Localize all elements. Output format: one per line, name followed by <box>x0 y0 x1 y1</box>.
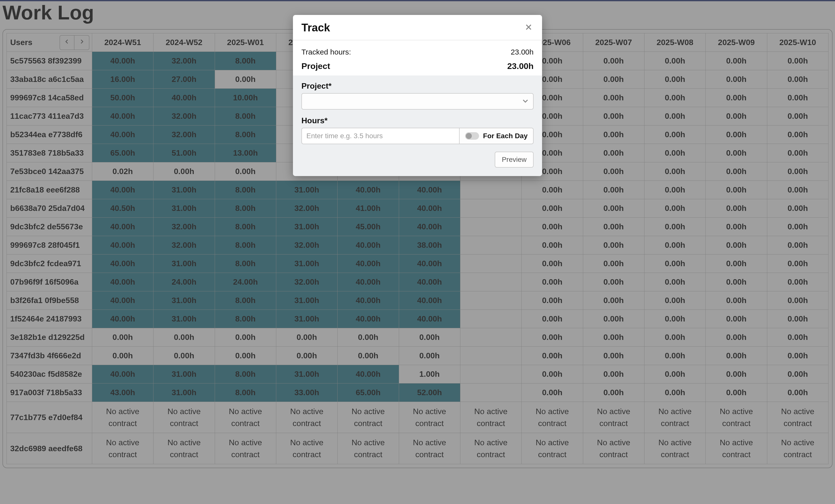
tracked-hours-row: Tracked hours: 23.00h <box>301 45 534 59</box>
close-icon <box>525 23 533 32</box>
project-select-wrap <box>301 93 534 109</box>
each-day-toggle[interactable] <box>465 132 479 140</box>
hours-input[interactable] <box>301 128 459 144</box>
project-field-label: Project* <box>301 81 534 91</box>
modal-header: Track <box>293 15 542 40</box>
tracked-hours-value: 23.00h <box>511 48 534 56</box>
hours-row: For Each Day <box>301 128 534 144</box>
toggle-knob <box>466 133 472 139</box>
track-modal: Track Tracked hours: 23.00h Project 23.0… <box>293 15 542 176</box>
modal-form: Project* Hours* For Each Day Preview <box>293 76 542 176</box>
each-day-box: For Each Day <box>459 128 534 144</box>
modal-overlay[interactable]: Track Tracked hours: 23.00h Project 23.0… <box>0 0 835 504</box>
hours-field-label: Hours* <box>301 116 534 125</box>
each-day-label: For Each Day <box>483 132 528 140</box>
project-summary-value: 23.00h <box>507 61 534 71</box>
preview-button[interactable]: Preview <box>495 152 534 168</box>
project-select[interactable] <box>301 93 534 109</box>
close-button[interactable] <box>524 23 534 33</box>
project-summary-label: Project <box>301 61 330 71</box>
project-summary-row: Project 23.00h <box>301 59 534 74</box>
tracked-hours-label: Tracked hours: <box>301 48 351 56</box>
modal-title: Track <box>301 21 330 34</box>
preview-row: Preview <box>301 152 534 168</box>
modal-info: Tracked hours: 23.00h Project 23.00h <box>293 40 542 76</box>
